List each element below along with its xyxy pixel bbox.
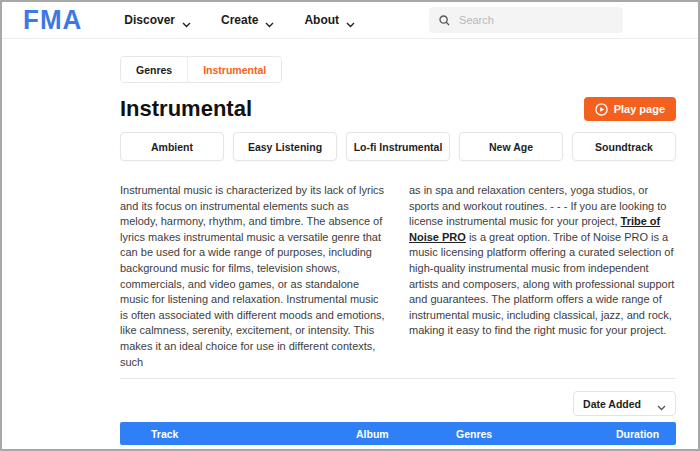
breadcrumb-genres[interactable]: Genres <box>121 57 187 82</box>
sort-selected-value: Date Added <box>583 398 641 410</box>
search-input[interactable] <box>459 14 613 26</box>
chevron-down-icon <box>657 401 666 407</box>
nav-item-discover[interactable]: Discover <box>124 13 191 27</box>
column-header-album: Album <box>356 428 456 440</box>
filter-soundtrack[interactable]: Soundtrack <box>572 132 676 161</box>
fma-logo[interactable]: FMA <box>23 6 82 33</box>
breadcrumb: Genres Instrumental <box>120 56 282 83</box>
chevron-down-icon <box>182 17 191 23</box>
chevron-down-icon <box>265 17 274 23</box>
search-icon <box>439 15 450 26</box>
column-header-duration: Duration <box>616 428 680 440</box>
section-divider <box>120 378 676 379</box>
column-header-genres: Genres <box>456 428 616 440</box>
filter-easy-listening[interactable]: Easy Listening <box>233 132 337 161</box>
breadcrumb-instrumental[interactable]: Instrumental <box>187 57 281 82</box>
track-table: Track Album Genres Duration Orch. Min. #… <box>120 422 676 451</box>
filter-ambient[interactable]: Ambient <box>120 132 224 161</box>
fma-instrumental-page: FMA Discover Create About <box>0 0 700 451</box>
nav-item-label: About <box>304 13 339 27</box>
nav-item-create[interactable]: Create <box>221 13 274 27</box>
subgenre-filters: Ambient Easy Listening Lo-fi Instrumenta… <box>120 132 676 161</box>
chevron-down-icon <box>346 17 355 23</box>
page-title: Instrumental <box>120 96 252 122</box>
title-row: Instrumental Play page <box>120 96 676 122</box>
nav-item-label: Discover <box>124 13 175 27</box>
nav-item-about[interactable]: About <box>304 13 355 27</box>
main-content: Genres Instrumental Instrumental Play pa… <box>120 39 676 451</box>
table-header-row: Track Album Genres Duration <box>120 422 676 445</box>
genre-description: Instrumental music is characterized by i… <box>120 183 676 370</box>
play-circle-icon <box>595 103 608 116</box>
filter-new-age[interactable]: New Age <box>459 132 563 161</box>
search-box[interactable] <box>429 7 623 33</box>
play-page-label: Play page <box>614 103 665 115</box>
nav-menu: Discover Create About <box>124 13 355 27</box>
column-header-track: Track <box>120 428 356 440</box>
play-page-button[interactable]: Play page <box>584 97 676 121</box>
sort-row: Date Added <box>120 391 676 416</box>
description-right-column: as in spa and relaxation centers, yoga s… <box>409 183 676 370</box>
description-left-column: Instrumental music is characterized by i… <box>120 183 387 370</box>
nav-item-label: Create <box>221 13 258 27</box>
top-nav: FMA Discover Create About <box>2 2 698 39</box>
filter-lofi-instrumental[interactable]: Lo-fi Instrumental <box>346 132 450 161</box>
sort-dropdown[interactable]: Date Added <box>573 391 676 416</box>
description-text: is a great option. Tribe of Noise PRO is… <box>409 231 674 337</box>
